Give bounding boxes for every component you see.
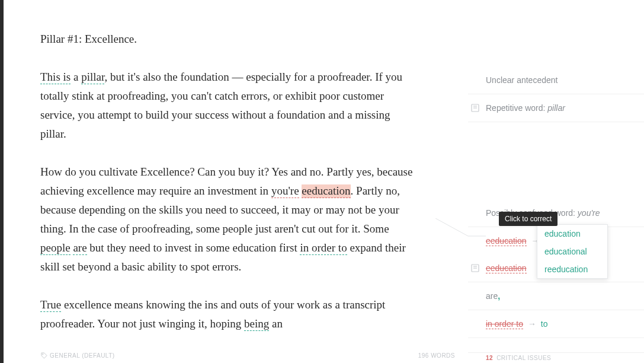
comma-insert: , bbox=[498, 291, 500, 301]
sidebar-top-spacer bbox=[468, 0, 644, 66]
svg-point-6 bbox=[42, 354, 43, 354]
issue-are-comma[interactable]: are, bbox=[468, 282, 644, 310]
wrong-word: eeducation bbox=[486, 236, 527, 246]
flag-are[interactable]: are bbox=[73, 241, 86, 255]
text: excellence means knowing the ins and out… bbox=[40, 298, 385, 330]
issue-in-order-to[interactable]: in order to → to bbox=[468, 310, 644, 338]
paragraph-1: This is a pillar, but it's also the foun… bbox=[40, 68, 415, 144]
word-count[interactable]: 196 WORDS bbox=[418, 352, 455, 359]
flag-being[interactable]: being bbox=[244, 317, 269, 331]
paragraph-2: How do you cultivate Excellence? Can you… bbox=[40, 163, 415, 276]
editor-area[interactable]: Pillar #1: Excellence. This is a pillar,… bbox=[40, 30, 415, 350]
correct-word[interactable]: to bbox=[541, 319, 548, 329]
issue-repetitive-word[interactable]: Repetitive word: pillar bbox=[468, 94, 644, 122]
suggestion-option[interactable]: education bbox=[537, 225, 607, 243]
flag-repetitive-word[interactable]: pillar bbox=[81, 71, 104, 84]
text: a bbox=[71, 71, 81, 83]
paragraph-3: True excellence means knowing the ins an… bbox=[40, 295, 415, 333]
sidebar-spacer bbox=[468, 122, 644, 199]
issue-word: pillar bbox=[547, 103, 565, 113]
status-left[interactable]: GENERAL (DEFAULT) bbox=[41, 352, 115, 359]
status-text: GENERAL (DEFAULT) bbox=[50, 352, 115, 359]
issue-label: Unclear antecedent bbox=[486, 75, 558, 85]
text: but they need to invest in some educatio… bbox=[87, 241, 300, 254]
status-bar: GENERAL (DEFAULT) 196 WORDS bbox=[30, 352, 466, 363]
issues-sidebar: Unclear antecedent Repetitive word: pill… bbox=[468, 0, 644, 363]
suggestion-option[interactable]: reeducation bbox=[537, 260, 607, 278]
window-left-strip bbox=[0, 0, 4, 363]
tag-icon bbox=[41, 352, 47, 359]
flag-misspelling-selected[interactable]: eeducation bbox=[302, 184, 350, 198]
issue-label: CRITICAL ISSUES bbox=[496, 355, 551, 361]
issue-count: 12 bbox=[486, 355, 493, 361]
heading: Pillar #1: Excellence. bbox=[40, 30, 415, 49]
wrong-word: in order to bbox=[486, 319, 523, 329]
arrow-icon: → bbox=[528, 319, 536, 329]
wrong-word: eeducation bbox=[486, 263, 527, 273]
critical-issues-bar[interactable]: 12 CRITICAL ISSUES bbox=[468, 352, 644, 363]
issue-unclear-antecedent[interactable]: Unclear antecedent bbox=[468, 66, 644, 94]
click-to-correct-tooltip: Click to correct bbox=[499, 212, 558, 226]
issue-word: you're bbox=[578, 208, 600, 218]
issue-word: are bbox=[486, 291, 498, 301]
flag-true[interactable]: True bbox=[40, 298, 61, 312]
flag-unclear-antecedent[interactable]: This is bbox=[40, 71, 71, 84]
suggestion-option[interactable]: educational bbox=[537, 243, 607, 260]
flag-people[interactable]: people bbox=[40, 241, 71, 255]
issue-label: Repetitive word: bbox=[486, 103, 547, 113]
book-icon bbox=[470, 103, 480, 113]
flag-confused-word[interactable]: you're bbox=[271, 184, 299, 198]
text: an bbox=[269, 317, 283, 330]
flag-in-order-to[interactable]: in order to bbox=[300, 241, 347, 255]
suggestion-popup: education educational reeducation bbox=[537, 224, 608, 279]
book-icon bbox=[470, 263, 480, 273]
